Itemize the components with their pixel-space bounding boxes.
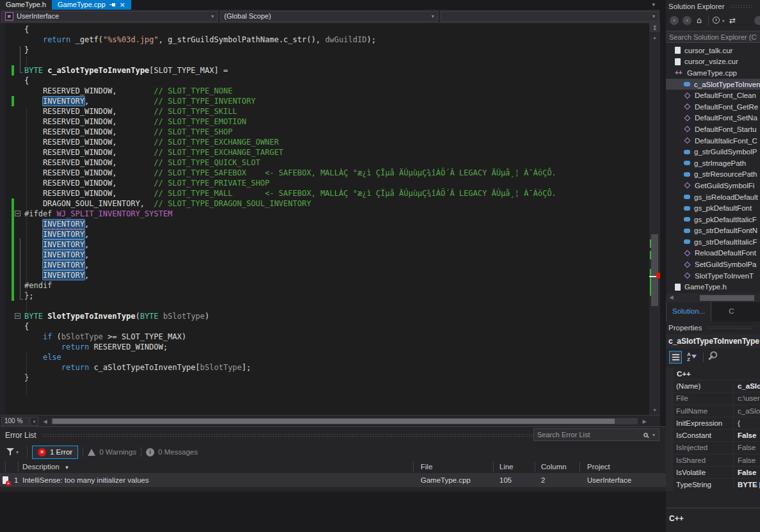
tab-list-chevron-icon[interactable]: ▾ xyxy=(652,0,660,10)
code-line[interactable]: return RESERVED_WINDOW; xyxy=(0,342,649,352)
tree-item[interactable]: DefaultFont_Startu xyxy=(666,124,760,135)
property-row[interactable]: IsInjectedFalse xyxy=(666,441,760,453)
scrollbar-thumb[interactable] xyxy=(700,295,754,301)
code-line[interactable]: return _getf("%s%03d.jpg", g_strGuildSym… xyxy=(0,35,649,45)
property-value[interactable]: False xyxy=(733,467,760,478)
code-line[interactable]: INVENTORY, xyxy=(0,250,649,260)
back-icon[interactable]: ‹ xyxy=(670,16,679,25)
alphabetical-sort-icon[interactable]: AZ xyxy=(686,351,698,363)
scrollbar-thumb[interactable] xyxy=(651,234,658,306)
tree-item[interactable]: DefaultItalicFont_C xyxy=(666,135,760,147)
code-line[interactable]: INVENTORY, // SLOT_TYPE_INVENTORY xyxy=(0,96,649,106)
code-line[interactable]: { xyxy=(0,76,649,86)
code-line[interactable]: RESERVED_WINDOW, // SLOT_TYPE_SAFEBOX <-… xyxy=(0,168,649,178)
error-list-search[interactable]: ▾ xyxy=(533,428,659,441)
property-value[interactable]: { xyxy=(733,417,760,429)
vertical-scrollbar[interactable]: ↕ ▲ ▼ xyxy=(649,23,660,415)
property-row[interactable]: FullNamec_aSlotTypeToInvenType xyxy=(666,405,760,417)
member-dropdown[interactable]: ▾ xyxy=(441,11,659,22)
code-line[interactable]: INVENTORY, xyxy=(0,219,649,229)
tree-item[interactable]: DefaultFont_GetRe xyxy=(666,101,760,113)
property-category-row[interactable]: − C++ xyxy=(666,367,760,380)
code-line[interactable]: RESERVED_WINDOW, // SLOT_TYPE_QUICK_SLOT xyxy=(0,157,649,168)
error-row[interactable]: × 1 IntelliSense: too many initializer v… xyxy=(0,474,666,487)
code-line[interactable]: RESERVED_WINDOW, // SLOT_TYPE_NONE xyxy=(0,86,649,96)
tree-item[interactable]: ReloadDefaultFont xyxy=(666,248,760,259)
code-line[interactable]: #endif xyxy=(0,280,649,291)
search-icon[interactable] xyxy=(643,433,648,437)
errors-filter-button[interactable]: × 1 Error xyxy=(32,446,78,459)
properties-object-name[interactable]: c_aSlotTypeToInvenType xyxy=(666,334,760,348)
horizontal-scrollbar[interactable] xyxy=(51,418,638,424)
property-row[interactable]: (Name)c_aSlotTypeToInvenType xyxy=(666,380,760,392)
property-row[interactable]: IsSharedFalse xyxy=(666,454,760,466)
categorized-view-icon[interactable] xyxy=(669,351,682,364)
code-line[interactable]: } xyxy=(0,45,649,55)
sync-with-active-document-icon[interactable]: ⇄ xyxy=(729,15,736,26)
column-header-file[interactable]: File xyxy=(421,460,433,474)
tree-item[interactable]: DefaultFont_SetNa xyxy=(666,113,760,124)
scroll-down-icon[interactable]: ▼ xyxy=(649,406,660,415)
code-line[interactable]: { xyxy=(0,24,649,35)
tree-item[interactable]: g_strImagePath xyxy=(666,157,760,169)
scrollbar-thumb[interactable] xyxy=(53,419,615,424)
splitter-handle-icon[interactable]: ↕ xyxy=(649,23,660,33)
tree-item[interactable]: g_strGuildSymbolP xyxy=(666,146,760,157)
messages-filter-button[interactable]: i 0 Messages xyxy=(146,448,198,456)
property-pages-icon[interactable] xyxy=(706,350,721,364)
code-line[interactable]: RESERVED_WINDOW, // SLOT_TYPE_EMOTION xyxy=(0,117,649,127)
tab-team-explorer[interactable] xyxy=(711,302,723,321)
property-value[interactable]: False xyxy=(733,442,760,453)
code-line[interactable]: BYTE c_aSlotTypeToInvenType[SLOT_TYPE_MA… xyxy=(0,65,649,76)
chevron-down-icon[interactable]: ▾ xyxy=(16,449,19,455)
tree-item[interactable]: SetGuildSymbolPa xyxy=(666,259,760,270)
chevron-down-icon[interactable]: ▾ xyxy=(722,19,725,24)
tree-item[interactable]: c_aSlotTypeToInvenType xyxy=(666,79,760,90)
tree-item[interactable]: GameType.h xyxy=(666,281,760,293)
tab-gametype-cpp[interactable]: GameType.cpp × xyxy=(52,0,131,10)
property-value[interactable]: c:\users\ xyxy=(733,392,760,404)
zoom-level-dropdown[interactable]: 100 % xyxy=(1,417,29,426)
tab-solution-explorer[interactable]: Solution... xyxy=(666,302,711,321)
refresh-icon[interactable] xyxy=(754,16,760,25)
code-line[interactable]: if (bSlotType >= SLOT_TYPE_MAX) xyxy=(0,332,649,342)
solution-explorer-search[interactable] xyxy=(666,31,760,43)
code-line[interactable]: −#ifdef WJ_SPLIT_INVENTORY_SYSTEM xyxy=(0,209,649,219)
code-line[interactable] xyxy=(0,301,649,311)
tree-item[interactable]: g_strResourcePath xyxy=(666,169,760,181)
property-value[interactable]: BYTE [SLOT_TYPE_MAX] xyxy=(733,479,760,490)
code-line[interactable]: RESERVED_WINDOW, // SLOT_TYPE_SKILL xyxy=(0,106,649,117)
code-editor[interactable]: { return _getf("%s%03d.jpg", g_strGuildS… xyxy=(0,23,660,415)
tab-class-view[interactable]: C xyxy=(723,302,740,321)
code-area[interactable]: { return _getf("%s%03d.jpg", g_strGuildS… xyxy=(0,24,649,383)
code-line[interactable]: { xyxy=(0,321,649,332)
property-value[interactable]: False xyxy=(733,430,760,441)
tree-item[interactable]: SlotTypeToInvenT xyxy=(666,270,760,282)
code-line[interactable]: DRAGON_SOUL_INVENTORY, // SLOT_TYPE_DRAG… xyxy=(0,198,649,209)
column-header-project[interactable]: Project xyxy=(587,460,610,474)
code-line[interactable]: −BYTE SlotTypeToInvenType(BYTE bSlotType… xyxy=(0,311,649,321)
property-row[interactable]: Filec:\users\ xyxy=(666,392,760,404)
tab-gametype-h[interactable]: GameType.h xyxy=(0,0,52,10)
solution-explorer-titlebar[interactable]: Solution Explorer xyxy=(666,0,760,13)
property-value[interactable]: c_aSlotTypeToInvenType xyxy=(733,405,760,417)
column-header-line[interactable]: Line xyxy=(499,460,513,474)
scroll-left-icon[interactable]: ◀ xyxy=(41,417,49,426)
property-value[interactable]: c_aSlotTypeToInvenType xyxy=(733,380,760,392)
code-line[interactable]: }; xyxy=(0,291,649,301)
search-input[interactable] xyxy=(534,431,643,439)
search-input[interactable] xyxy=(666,33,760,41)
tree-item[interactable]: GetGuildSymbolFi xyxy=(666,180,760,191)
code-line[interactable]: RESERVED_WINDOW, // SLOT_TYPE_EXCHANGE_O… xyxy=(0,137,649,147)
fold-collapse-icon[interactable]: − xyxy=(15,211,20,216)
tree-item[interactable]: cursor_talk.cur xyxy=(666,45,760,56)
forward-icon[interactable]: › xyxy=(683,16,691,25)
tree-item[interactable]: gs_pkDefaultItalicF xyxy=(666,214,760,225)
code-line[interactable]: RESERVED_WINDOW, // SLOT_TYPE_MALL <- SA… xyxy=(0,188,649,198)
close-icon[interactable]: × xyxy=(120,0,125,10)
scroll-right-icon[interactable]: ▶ xyxy=(640,417,649,426)
project-scope-dropdown[interactable]: ⇄ UserInterface ▾ xyxy=(1,11,218,22)
properties-titlebar[interactable]: Properties xyxy=(666,321,760,334)
scroll-up-icon[interactable]: ▲ xyxy=(649,33,660,42)
property-row[interactable]: InitExpression{ xyxy=(666,417,760,429)
